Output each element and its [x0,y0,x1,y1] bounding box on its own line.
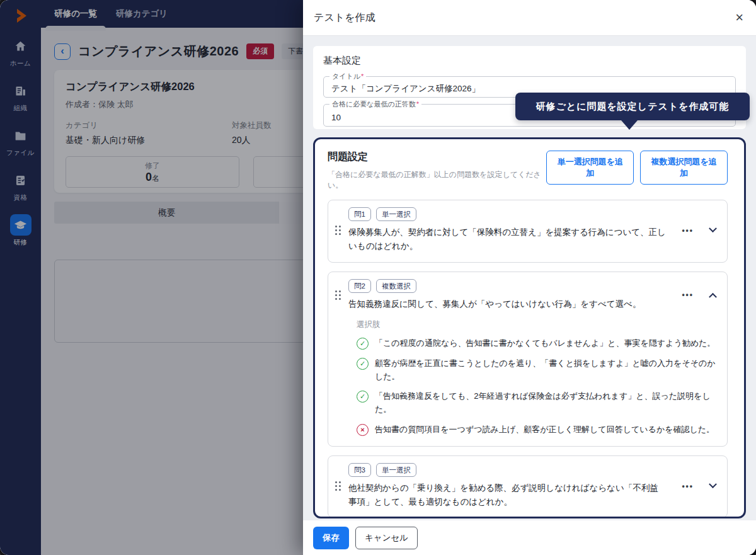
choices-label: 選択肢 [357,319,718,330]
feature-callout-text: 研修ごとに問題を設定しテストを作成可能 [536,101,729,113]
more-menu-icon[interactable]: ••• [682,226,694,235]
modal-overlay [0,0,303,555]
modal-footer: 保存 キャンセル [303,520,756,555]
question-number-chip: 問2 [348,279,371,293]
callout-pointer [621,120,638,130]
drag-handle-icon[interactable] [335,290,341,300]
close-icon[interactable]: × [735,11,743,25]
modal-header: テストを作成 × [303,0,756,36]
add-multiple-choice-button[interactable]: 複数選択問題を追加 [640,151,728,185]
app-window: 研修の一覧 研修カテゴリ ホーム [0,0,756,555]
create-test-modal: テストを作成 × 基本設定 タイトル* 合格に必要な最低の正答数* 研修ごとに問… [303,0,756,555]
question-settings-title: 問題設定 [328,151,546,164]
question-settings-hint: 「合格に必要な最低の正解数」以上の問題数を設定してください。 [328,169,546,191]
correct-icon: ✓ [357,338,369,350]
basic-settings-title: 基本設定 [323,55,736,67]
correct-icon: ✓ [357,391,369,403]
choice-row: ✓ 「この程度の通院なら、告知書に書かなくてもバレませんよ」と、事実を隠すよう勧… [357,337,718,350]
drag-handle-icon[interactable] [335,226,341,235]
question-card-2: 問2 複数選択 告知義務違反に関して、募集人が「やってはいけない行為」をすべて選… [328,272,728,447]
background-page: 研修の一覧 研修カテゴリ ホーム [0,0,303,555]
choice-row: × 告知書の質問項目を一つずつ読み上げ、顧客が正しく理解して回答しているかを確認… [357,423,718,437]
question-number-chip: 問1 [348,207,371,221]
choice-row: ✓ 顧客が病歴を正直に書こうとしたのを遮り、「書くと損をしますよ」と嘘の入力をそ… [357,357,718,384]
question-text: 他社契約からの「乗り換え」を勧める際、必ず説明しなければならない「不利益事項」と… [348,481,667,510]
question-card-3: 問3 単一選択 他社契約からの「乗り換え」を勧める際、必ず説明しなければならない… [328,455,728,518]
score-field-label: 合格に必要な最低の正答数* [329,100,421,109]
question-card-1: 問1 単一選択 保険募集人が、契約者に対して「保険料の立替え」を提案する行為につ… [328,200,728,263]
title-field-label: タイトル* [329,72,366,81]
more-menu-icon[interactable]: ••• [682,482,694,491]
modal-title: テストを作成 [314,11,375,25]
question-number-chip: 問3 [348,463,371,477]
modal-body: 基本設定 タイトル* 合格に必要な最低の正答数* 研修ごとに問題を設定しテストを… [303,36,756,520]
question-text: 保険募集人が、契約者に対して「保険料の立替え」を提案する行為について、正しいもの… [348,226,667,254]
more-menu-icon[interactable]: ••• [682,290,694,299]
choice-row: ✓ 「告知義務違反をしても、2年経過すれば保険金は必ず支払われます」と、誤った説… [357,390,718,416]
question-type-chip: 複数選択 [376,279,416,293]
question-type-chip: 単一選択 [376,207,416,221]
chevron-up-icon[interactable] [709,293,717,301]
chevron-down-icon[interactable] [709,480,717,488]
add-single-choice-button[interactable]: 単一選択問題を追加 [546,151,634,185]
save-button[interactable]: 保存 [313,527,349,549]
drag-handle-icon[interactable] [335,481,341,491]
feature-callout: 研修ごとに問題を設定しテストを作成可能 [515,93,750,120]
cancel-button[interactable]: キャンセル [355,527,418,549]
incorrect-icon: × [357,424,369,436]
chevron-down-icon[interactable] [709,225,717,233]
correct-icon: ✓ [357,358,369,370]
required-mark: * [416,100,419,108]
required-mark: * [361,72,364,80]
question-text: 告知義務違反に関して、募集人が「やってはいけない行為」をすべて選べ。 [348,297,667,311]
question-settings-highlight-box: 問題設定 「合格に必要な最低の正解数」以上の問題数を設定してください。 単一選択… [313,137,746,518]
question-type-chip: 単一選択 [376,463,416,477]
